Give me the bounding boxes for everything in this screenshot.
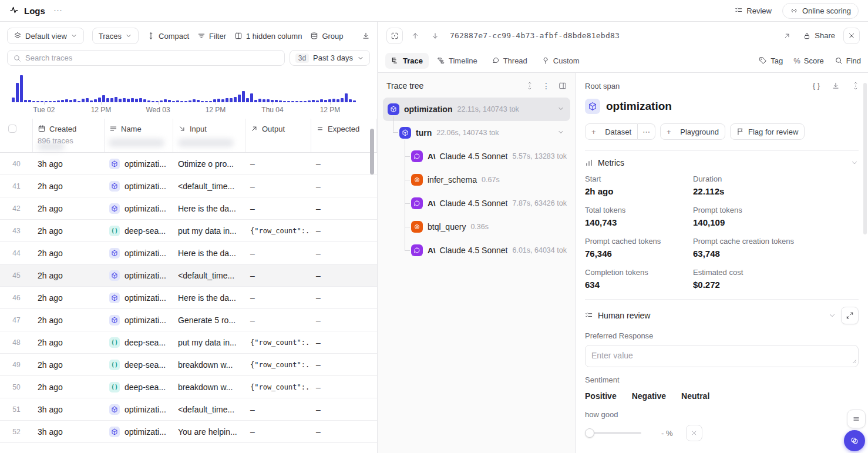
histogram-bar[interactable]	[295, 101, 298, 102]
histogram-bar[interactable]	[353, 100, 356, 102]
histogram-bar[interactable]	[119, 99, 122, 102]
histogram-bar[interactable]	[320, 99, 323, 102]
histogram-bar[interactable]	[57, 100, 60, 102]
histogram-bar[interactable]	[160, 100, 163, 102]
histogram-bar[interactable]	[242, 91, 245, 102]
side-panel-icon[interactable]	[559, 82, 567, 90]
histogram-bar[interactable]	[41, 101, 43, 102]
histogram-bar[interactable]	[147, 100, 150, 102]
online-scoring-button[interactable]: Online scoring	[782, 3, 859, 19]
table-row[interactable]: 442h agooptimizati...Here is the da...––	[0, 242, 377, 264]
histogram-bar[interactable]	[205, 101, 208, 102]
histogram-bar[interactable]	[332, 99, 335, 102]
compact-toggle[interactable]: Compact	[147, 32, 189, 41]
histogram-bar[interactable]	[221, 99, 224, 102]
open-fullscreen-button[interactable]	[779, 28, 795, 43]
chevron-down-icon[interactable]	[828, 311, 836, 320]
view-selector[interactable]: Default view	[7, 28, 84, 44]
sentiment-option-positive[interactable]: Positive	[585, 391, 617, 401]
histogram-bar[interactable]	[110, 98, 113, 102]
find-button[interactable]: Find	[835, 56, 861, 65]
tab-trace[interactable]: Trace	[385, 53, 429, 69]
table-row[interactable]: 462h agooptimizati...Here is the da...––	[0, 287, 377, 309]
column-header-name[interactable]: Name	[105, 119, 173, 152]
histogram-bar[interactable]	[226, 98, 228, 102]
table-row[interactable]: 492h ago()deep-sea...breakdown w...{"row…	[0, 354, 377, 376]
histogram-bar[interactable]	[135, 99, 138, 102]
tab-custom[interactable]: Custom	[536, 53, 586, 69]
histogram-bar[interactable]	[291, 101, 294, 102]
histogram-bar[interactable]	[172, 101, 175, 102]
histogram-bar[interactable]	[312, 100, 315, 102]
sentiment-option-neutral[interactable]: Neutral	[681, 391, 709, 401]
histogram-bar[interactable]	[263, 99, 265, 102]
table-row[interactable]: 403h agooptimizati...Otimize o pro...––	[0, 153, 377, 175]
tree-span-optimization[interactable]: optimization22.11s, 140743 tok	[383, 98, 570, 121]
how-good-slider[interactable]	[585, 428, 641, 438]
histogram-bar[interactable]	[217, 99, 220, 102]
histogram-bar[interactable]	[308, 100, 311, 102]
histogram-bar[interactable]	[102, 95, 105, 102]
histogram-bar[interactable]	[86, 98, 89, 102]
histogram-bar[interactable]	[193, 99, 196, 102]
histogram-bar[interactable]	[32, 101, 35, 102]
search-input[interactable]	[25, 53, 279, 62]
tree-span-turn[interactable]: turn22.06s, 140743 tok	[383, 121, 570, 145]
histogram-bar[interactable]	[287, 101, 290, 102]
histogram-bar[interactable]	[337, 99, 339, 102]
expand-review-button[interactable]	[841, 307, 859, 324]
histogram-bar[interactable]	[90, 100, 93, 102]
tree-menu-icon[interactable]: ⋮	[542, 81, 550, 90]
expand-rows-icon[interactable]	[852, 82, 860, 90]
column-header-expected[interactable]: Expected	[311, 119, 377, 152]
next-trace-button[interactable]	[428, 28, 443, 43]
comments-menu-button[interactable]	[847, 410, 866, 428]
histogram-bar[interactable]	[275, 100, 278, 102]
tree-span-claude-4-5-sonnet[interactable]: A\Claude 4.5 Sonnet6.01s, 64034 tok	[383, 239, 570, 262]
sentiment-option-negative[interactable]: Negative	[632, 391, 666, 401]
histogram-bar[interactable]	[49, 101, 52, 102]
export-button[interactable]	[362, 32, 370, 40]
histogram-bar[interactable]	[73, 99, 76, 102]
chevron-down-icon[interactable]	[557, 105, 564, 114]
histogram-bar[interactable]	[341, 98, 344, 102]
human-review-section-header[interactable]: Human review	[585, 300, 859, 331]
histogram-bar[interactable]	[304, 101, 307, 102]
table-scrollbar[interactable]	[370, 129, 374, 175]
close-panel-button[interactable]	[843, 28, 860, 44]
tag-button[interactable]: Tag	[759, 56, 783, 65]
previous-trace-button[interactable]	[408, 28, 423, 43]
resize-handle[interactable]	[850, 356, 857, 365]
table-row[interactable]: 452h agooptimizati...<default_time...––	[0, 264, 377, 287]
histogram-bar[interactable]	[115, 97, 117, 102]
histogram-bar[interactable]	[189, 100, 191, 102]
histogram-bar[interactable]	[258, 99, 261, 102]
select-all-checkbox[interactable]	[8, 125, 16, 133]
focus-span-button[interactable]	[386, 28, 403, 44]
histogram-bar[interactable]	[45, 101, 48, 102]
histogram-bar[interactable]	[300, 101, 302, 102]
histogram-bar[interactable]	[238, 95, 241, 102]
histogram-bar[interactable]	[250, 93, 253, 102]
assistant-fab[interactable]	[844, 430, 865, 451]
column-header-output[interactable]: Output	[245, 119, 311, 152]
traces-selector[interactable]: Traces	[92, 28, 139, 44]
histogram-bar[interactable]	[209, 101, 212, 102]
histogram-bar[interactable]	[184, 101, 187, 102]
histogram-bar[interactable]	[254, 100, 257, 102]
histogram-bar[interactable]	[139, 98, 142, 102]
tree-span-claude-4-5-sonnet[interactable]: A\Claude 4.5 Sonnet5.57s, 13283 tok	[383, 145, 570, 168]
histogram-bar[interactable]	[12, 98, 15, 102]
table-row[interactable]: 472h agooptimizati...Generate 5 ro...––	[0, 309, 377, 331]
histogram-bar[interactable]	[127, 99, 130, 102]
histogram-bar[interactable]	[53, 101, 56, 102]
histogram-bar[interactable]	[324, 100, 327, 102]
metrics-section-header[interactable]: Metrics	[585, 151, 859, 175]
dataset-more-button[interactable]: ⋯	[638, 123, 655, 140]
histogram-bar[interactable]	[349, 99, 352, 102]
histogram-bar[interactable]	[283, 101, 286, 102]
histogram-bar[interactable]	[197, 100, 200, 102]
group-button[interactable]: Group	[310, 32, 343, 41]
histogram-bar[interactable]	[98, 98, 101, 102]
histogram-bar[interactable]	[106, 98, 109, 102]
